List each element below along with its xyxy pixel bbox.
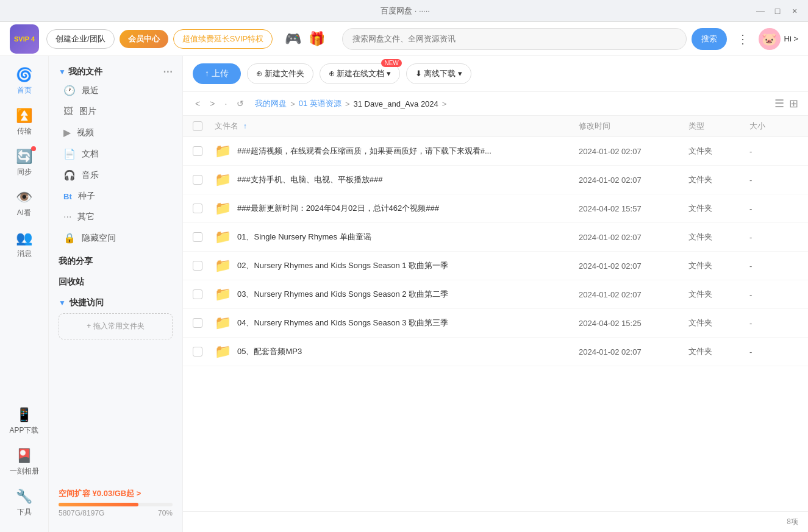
new-badge: NEW (381, 59, 401, 67)
breadcrumb-sep3: > (442, 99, 447, 108)
row-checkbox-0[interactable] (193, 146, 202, 156)
sidebar-item-album[interactable]: 🎴 一刻相册 (0, 443, 48, 481)
sidebar-docs[interactable]: 📄 文档 (51, 143, 180, 165)
select-all-checkbox[interactable] (193, 121, 202, 131)
header-icons: 🎮 🎁 (285, 31, 325, 47)
row-checkbox-7[interactable] (193, 347, 202, 356)
folder-icon: 📁 (215, 315, 231, 331)
name-sort-arrow[interactable]: ↑ (243, 122, 247, 130)
recent-icon: 🕐 (63, 85, 76, 96)
svip-button[interactable]: 超值续费延长SVIP特权 (173, 29, 273, 49)
user-area[interactable]: 🐷 Hi > (759, 28, 798, 50)
breadcrumb: < > · ↺ 我的网盘 > 01 英语资源 > 31 Dave_and_Ava… (183, 92, 808, 116)
table-row[interactable]: 📁 03、Nursery Rhymes and Kids Songs Seaso… (183, 280, 808, 309)
sidebar-photos[interactable]: 🖼 图片 (51, 101, 180, 122)
sidebar-music[interactable]: 🎧 音乐 (51, 165, 180, 186)
table-row[interactable]: 📁 04、Nursery Rhymes and Kids Songs Seaso… (183, 309, 808, 338)
game-icon[interactable]: 🎮 (285, 31, 301, 47)
refresh-button[interactable]: ↺ (234, 98, 246, 110)
file-sidebar: ▼ 我的文件 ⋯ 🕐 最近 🖼 图片 ▶ 视频 📄 文档 (49, 56, 183, 532)
breadcrumb-mydisk[interactable]: 我的网盘 (255, 98, 287, 109)
file-date: 2024-01-02 02:07 (579, 347, 688, 356)
nav-bottom: 📱 APP下载 🎴 一刻相册 🔧 下具 (0, 402, 48, 532)
my-share-label[interactable]: 我的分享 (49, 249, 182, 269)
search-button[interactable]: 搜索 (692, 28, 727, 50)
file-name-cell: 📁 01、Single Nursery Rhymes 单曲童谣 (215, 229, 579, 245)
file-size: - (749, 176, 798, 185)
breadcrumb-folder1[interactable]: 01 英语资源 (299, 98, 341, 109)
header-buttons: 创建企业/团队 会员中心 超值续费延长SVIP特权 (46, 29, 273, 49)
more-menu-icon[interactable]: ⋮ (734, 29, 751, 49)
table-row[interactable]: 📁 05、配套音频MP3 2024-01-02 02:07 文件夹 - (183, 338, 808, 366)
new-folder-button[interactable]: ⊕ 新建文件夹 (247, 63, 313, 84)
forward-button[interactable]: > (207, 98, 217, 110)
window-title: 百度网盘 · ····· (56, 5, 754, 16)
row-checkbox-4[interactable] (193, 261, 202, 271)
ai-icon: 👁️ (16, 190, 32, 205)
sort-grid-icon[interactable]: ⊞ (789, 97, 798, 110)
toolbar: ↑ 上传 ⊕ 新建文件夹 ⊕ 新建在线文档 ▾ NEW ⬇ 离线下载 ▾ (183, 56, 808, 92)
table-row[interactable]: 📁 01、Single Nursery Rhymes 单曲童谣 2024-01-… (183, 223, 808, 252)
gift-icon[interactable]: 🎁 (309, 31, 325, 47)
row-checkbox-3[interactable] (193, 232, 202, 242)
back-button[interactable]: < (193, 98, 202, 110)
table-row[interactable]: 📁 02、Nursery Rhymes and Kids Songs Seaso… (183, 252, 808, 280)
sidebar-hidden[interactable]: 🔒 隐藏空间 (51, 227, 180, 249)
row-checkbox-2[interactable] (193, 204, 202, 213)
file-type: 文件夹 (688, 289, 749, 300)
quick-access-label: 快捷访问 (70, 297, 104, 308)
file-name: 02、Nursery Rhymes and Kids Songs Season … (237, 260, 448, 271)
sidebar-item-sync[interactable]: 🔄 同步 (0, 143, 48, 183)
search-input[interactable] (342, 28, 686, 50)
folder-icon: 📁 (215, 286, 231, 302)
file-type: 文件夹 (688, 146, 749, 157)
dot-button[interactable]: · (222, 98, 229, 110)
storage-percent: 70% (158, 509, 173, 517)
title-bar: 百度网盘 · ····· — □ × (0, 0, 808, 22)
sidebar-video[interactable]: ▶ 视频 (51, 122, 180, 143)
my-files-header[interactable]: ▼ 我的文件 ⋯ (49, 63, 182, 80)
file-size: - (749, 204, 798, 213)
upload-button[interactable]: ↑ 上传 (193, 63, 241, 84)
storage-bar (59, 503, 173, 506)
row-checkbox-5[interactable] (193, 289, 202, 299)
sort-list-icon[interactable]: ☰ (774, 97, 784, 110)
sidebar-item-tools[interactable]: 🔧 下具 (0, 484, 48, 522)
sidebar-item-message[interactable]: 👥 消息 (0, 224, 48, 265)
file-date: 2024-01-02 02:07 (579, 176, 688, 185)
file-type: 文件夹 (688, 232, 749, 243)
create-team-button[interactable]: 创建企业/团队 (46, 29, 115, 49)
sidebar-other[interactable]: ··· 其它 (51, 207, 180, 227)
file-size: - (749, 347, 798, 356)
sidebar-more-icon[interactable]: ⋯ (163, 66, 173, 77)
logo: SVIP 4 (10, 24, 39, 54)
new-doc-button[interactable]: ⊕ 新建在线文档 ▾ NEW (320, 63, 400, 84)
photos-icon: 🖼 (63, 106, 73, 117)
table-row[interactable]: 📁 ###支持手机、电脑、电视、平板播放### 2024-01-02 02:07… (183, 166, 808, 194)
storage-bar-fill (59, 503, 138, 506)
sidebar-item-transfer[interactable]: ⏫ 传输 (0, 102, 48, 143)
vip-center-button[interactable]: 会员中心 (120, 30, 168, 48)
folder-icon: 📁 (215, 143, 231, 159)
drop-zone[interactable]: + 拖入常用文件夹 (59, 313, 173, 339)
trash-label[interactable]: 回收站 (49, 269, 182, 290)
maximize-button[interactable]: □ (771, 5, 784, 17)
minimize-button[interactable]: — (754, 5, 767, 17)
window-controls: — □ × (754, 5, 801, 17)
sidebar-item-app[interactable]: 📱 APP下载 (0, 402, 48, 441)
sidebar-bt[interactable]: Bt 种子 (51, 186, 180, 207)
sidebar-recent[interactable]: 🕐 最近 (51, 80, 180, 101)
storage-expand-label[interactable]: 空间扩容 ¥0.03/GB起 > (59, 488, 173, 499)
file-name: ###超清视频，在线观看会压缩画质，如果要画质好，请下载下来观看#... (237, 146, 492, 157)
collapse-triangle: ▼ (59, 68, 66, 76)
row-checkbox-6[interactable] (193, 318, 202, 328)
table-row[interactable]: 📁 ###超清视频，在线观看会压缩画质，如果要画质好，请下载下来观看#... 2… (183, 137, 808, 166)
offline-download-button[interactable]: ⬇ 离线下载 ▾ (406, 63, 471, 84)
row-checkbox-1[interactable] (193, 175, 202, 185)
sidebar-item-home[interactable]: 🌀 首页 (0, 61, 48, 102)
file-size: - (749, 147, 798, 156)
video-icon: ▶ (63, 127, 71, 138)
sidebar-item-ai[interactable]: 👁️ AI看 (0, 183, 48, 224)
table-row[interactable]: 📁 ###最新更新时间：2024年04月02日，总计462个视频### 2024… (183, 194, 808, 223)
close-button[interactable]: × (788, 5, 801, 17)
